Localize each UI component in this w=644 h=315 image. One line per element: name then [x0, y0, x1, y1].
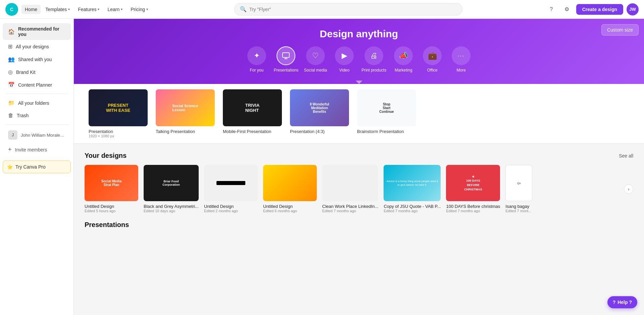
scroll-right-arrow[interactable]: › [624, 184, 633, 194]
help-icon: ? [613, 300, 616, 305]
design-thumb-2: Briar FoodCorporation [144, 165, 199, 201]
sidebar-item-brand[interactable]: ◎ Brand Kit [3, 66, 71, 78]
design-title-3: Untitled Design [204, 204, 258, 209]
template-name-5: Brainstorm Presentation [357, 129, 416, 134]
design-thumb-7: ★100 DAYSBEFORECHRISTMAS [446, 165, 500, 201]
template-name-2: Talking Presentation [156, 129, 215, 134]
sidebar-divider [5, 94, 68, 94]
for-you-icon: ✦ [247, 46, 266, 65]
sidebar-item-folders[interactable]: 📁 All your folders [3, 97, 71, 109]
nav-home[interactable]: Home [21, 5, 41, 14]
avatar[interactable]: JW [627, 3, 639, 15]
hero-title: Design anything [87, 28, 631, 40]
template-name-1: Presentation [89, 129, 148, 134]
more-icon: ··· [452, 46, 470, 65]
design-card-7[interactable]: ★100 DAYSBEFORECHRISTMAS 100 DAYS Before… [446, 165, 500, 213]
main-content: Design anything Custom size ✦ For you Pr… [74, 19, 644, 315]
settings-icon-button[interactable]: ⚙ [561, 3, 573, 15]
sidebar-item-trash[interactable]: 🗑 Trash [3, 109, 71, 122]
team-icon: J [8, 130, 17, 140]
presentations-section-title: Presentations [85, 221, 633, 229]
sidebar-invite[interactable]: + Invite members [3, 143, 71, 156]
design-card-3[interactable]: Untitled Design Edited 2 months ago [204, 165, 258, 213]
print-icon: 🖨 [364, 46, 383, 65]
sidebar-team[interactable]: J John William Morales's tea... [3, 127, 71, 143]
template-thumb-2: Social ScienceLesson [156, 89, 215, 126]
design-thumb-8: Qu [505, 165, 532, 201]
sidebar-item-shared[interactable]: 👥 Shared with you [3, 53, 71, 65]
search-bar[interactable]: 🔍 [234, 3, 462, 15]
design-grid: Social MediaStrat Plan Untitled Design E… [85, 165, 621, 213]
template-thumb-3: TRIVIANIGHT [223, 89, 282, 126]
design-thumb-6: Advice is a funny thing some people want… [384, 165, 441, 201]
design-thumb-4 [263, 165, 317, 201]
social-media-icon: ♡ [306, 46, 325, 65]
category-presentations[interactable]: Presentations [274, 46, 298, 73]
sidebar-item-recommended[interactable]: 🏠 Recommended for you [3, 23, 71, 40]
design-date-4: Edited 6 months ago [263, 209, 317, 213]
nav-features[interactable]: Features ▾ [75, 5, 103, 14]
try-pro-button[interactable]: ⭐ Try Canva Pro [3, 161, 71, 173]
marketing-icon: 📣 [394, 46, 413, 65]
logo-text: C [10, 7, 13, 12]
nav-right-actions: ? ⚙ Create a design JW [545, 3, 639, 15]
brand-icon: ◎ [8, 69, 13, 75]
template-thumb-1: PRESENTWITH EASE [89, 89, 148, 126]
nav-learn[interactable]: Learn ▾ [104, 5, 126, 14]
category-marketing[interactable]: 📣 Marketing [392, 46, 415, 73]
search-input[interactable] [249, 7, 457, 12]
video-icon: ▶ [335, 46, 354, 65]
presentations-section: Presentations [74, 221, 644, 237]
sidebar: 🏠 Recommended for you ⊞ All your designs… [0, 19, 74, 315]
template-card-5[interactable]: StopStartContinue Brainstorm Presentatio… [353, 89, 420, 138]
template-name-4: Presentation (4:3) [290, 129, 349, 134]
design-title-2: Black and Grey Asymmetri... [144, 204, 199, 209]
your-designs-section: Your designs See all Social MediaStrat P… [74, 144, 644, 221]
canva-logo[interactable]: C [5, 3, 18, 16]
design-card-5[interactable]: Clean Work Place LinkedIn... Edited 7 mo… [322, 165, 378, 213]
nav-links: Home Templates ▾ Features ▾ Learn ▾ Pric… [21, 5, 151, 14]
create-design-button[interactable]: Create a design [576, 4, 623, 15]
template-card-2[interactable]: Social ScienceLesson Talking Presentatio… [152, 89, 219, 138]
help-icon-button[interactable]: ? [545, 3, 557, 15]
templates-arrow-icon: ▾ [68, 7, 70, 11]
template-name-3: Mobile-First Presentation [223, 129, 282, 134]
category-for-you[interactable]: ✦ For you [245, 46, 268, 73]
templates-row: PRESENTWITH EASE Presentation 1920 × 108… [74, 84, 644, 144]
nav-templates[interactable]: Templates ▾ [42, 5, 73, 14]
see-all-button[interactable]: See all [619, 153, 633, 159]
nav-pricing[interactable]: Pricing ▾ [127, 5, 151, 14]
top-navigation: C Home Templates ▾ Features ▾ Learn ▾ Pr… [0, 0, 644, 19]
help-button[interactable]: ? Help ? [607, 296, 637, 308]
sidebar-item-content-planner[interactable]: 📅 Content Planner [3, 79, 71, 91]
design-date-1: Edited 5 hours ago [85, 209, 138, 213]
design-date-5: Edited 7 months ago [322, 209, 378, 213]
pricing-arrow-icon: ▾ [146, 7, 148, 11]
design-card-8[interactable]: Qu Isang bagay Edited 7 mont... [505, 165, 532, 213]
design-date-8: Edited 7 mont... [505, 209, 532, 213]
svg-rect-0 [283, 53, 289, 57]
design-date-3: Edited 2 months ago [204, 209, 258, 213]
category-social-media[interactable]: ♡ Social media [304, 46, 327, 73]
design-card-1[interactable]: Social MediaStrat Plan Untitled Design E… [85, 165, 138, 213]
selected-indicator [356, 81, 362, 84]
design-thumb-5 [322, 165, 378, 201]
custom-size-button[interactable]: Custom size [601, 24, 639, 36]
category-video[interactable]: ▶ Video [333, 46, 356, 73]
template-card-4[interactable]: 8 WonderfulMeditationBenefits Presentati… [286, 89, 353, 138]
template-card-1[interactable]: PRESENTWITH EASE Presentation 1920 × 108… [85, 89, 152, 138]
category-print-products[interactable]: 🖨 Print products [361, 46, 386, 73]
design-title-8: Isang bagay [505, 204, 532, 209]
folder-icon: 📁 [8, 100, 15, 106]
sidebar-divider-2 [5, 124, 68, 125]
design-card-4[interactable]: Untitled Design Edited 6 months ago [263, 165, 317, 213]
sidebar-bottom: ⭐ Try Canva Pro [0, 156, 73, 177]
office-icon: 💼 [423, 46, 442, 65]
sidebar-item-all-designs[interactable]: ⊞ All your designs [3, 40, 71, 53]
design-card-6[interactable]: Advice is a funny thing some people want… [384, 165, 441, 213]
calendar-icon: 📅 [8, 82, 15, 88]
design-card-2[interactable]: Briar FoodCorporation Black and Grey Asy… [144, 165, 199, 213]
category-more[interactable]: ··· More [449, 46, 473, 73]
template-card-3[interactable]: TRIVIANIGHT Mobile-First Presentation [219, 89, 286, 138]
category-office[interactable]: 💼 Office [420, 46, 444, 73]
